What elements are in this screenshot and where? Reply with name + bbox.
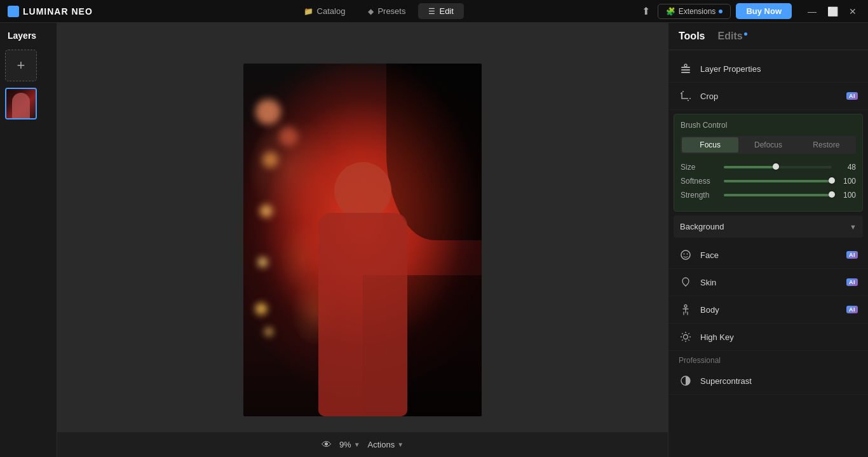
strength-slider-row: Strength 100 xyxy=(681,191,856,200)
crop-ai-badge: AI xyxy=(846,92,858,100)
zoom-control[interactable]: 9% ▼ xyxy=(339,440,360,449)
tools-tab[interactable]: Tools xyxy=(679,31,705,42)
catalog-icon: 📁 xyxy=(304,7,313,16)
edit-label: Edit xyxy=(439,6,453,16)
svg-point-3 xyxy=(684,64,687,67)
tab-edit[interactable]: ☰ Edit xyxy=(418,3,463,19)
panel-content: Layer Properties Crop AI Brush Control xyxy=(668,50,868,457)
right-panel: Tools Edits Layer Properties xyxy=(668,23,868,457)
extensions-label: Extensions xyxy=(679,7,716,16)
extensions-dot xyxy=(719,10,722,13)
buy-now-button[interactable]: Buy Now xyxy=(736,3,792,19)
visibility-toggle[interactable]: 👁 xyxy=(322,439,332,451)
app-logo: LUMINAR NEO xyxy=(8,6,93,17)
layer-thumbnail[interactable] xyxy=(5,88,37,119)
extensions-button[interactable]: 🧩 Extensions xyxy=(658,4,731,19)
background-label: Background xyxy=(680,222,724,231)
body-item[interactable]: Body AI xyxy=(668,296,868,324)
edit-icon: ☰ xyxy=(428,7,435,16)
strength-slider[interactable] xyxy=(724,194,832,196)
brush-tab-restore-label: Restore xyxy=(813,140,839,149)
supercontrast-label: Supercontrast xyxy=(700,376,858,386)
softness-value: 100 xyxy=(837,177,856,186)
zoom-chevron-icon: ▼ xyxy=(354,441,360,448)
brush-tab-defocus-label: Defocus xyxy=(754,140,782,149)
softness-slider[interactable] xyxy=(724,180,832,182)
softness-slider-thumb xyxy=(829,177,835,184)
actions-chevron-icon: ▼ xyxy=(397,441,403,448)
crop-item[interactable]: Crop AI xyxy=(668,83,868,110)
logo-icon xyxy=(8,6,19,17)
crop-icon xyxy=(679,89,693,103)
size-slider-row: Size 48 xyxy=(681,163,856,172)
eye-icon: 👁 xyxy=(322,439,332,451)
size-slider-fill xyxy=(724,166,776,168)
supercontrast-item[interactable]: Supercontrast xyxy=(668,367,868,395)
titlebar: LUMINAR NEO 📁 Catalog ◆ Presets ☰ Edit ⬆… xyxy=(0,0,868,23)
body-label: Body xyxy=(700,305,839,315)
brush-control-section: Brush Control Focus Defocus Restore Size xyxy=(674,114,863,212)
face-ai-badge: AI xyxy=(846,251,858,259)
skin-item[interactable]: Skin AI xyxy=(668,269,868,296)
layers-panel: Layers + xyxy=(0,23,57,457)
tab-presets[interactable]: ◆ Presets xyxy=(358,3,416,19)
layer-thumb-person xyxy=(12,93,30,118)
tab-catalog[interactable]: 📁 Catalog xyxy=(294,3,356,19)
svg-line-15 xyxy=(688,333,689,334)
layer-properties-item[interactable]: Layer Properties xyxy=(668,55,868,83)
svg-line-14 xyxy=(688,339,689,340)
canvas-image xyxy=(243,64,482,416)
actions-button[interactable]: Actions ▼ xyxy=(368,440,404,449)
svg-point-5 xyxy=(684,254,685,255)
panel-header: Tools Edits xyxy=(668,23,868,50)
close-button[interactable]: ✕ xyxy=(845,4,860,19)
person-body xyxy=(318,213,407,416)
svg-line-16 xyxy=(682,339,682,340)
size-label: Size xyxy=(681,163,719,172)
maximize-button[interactable]: ⬜ xyxy=(825,4,840,19)
titlebar-right: ⬆ 🧩 Extensions Buy Now — ⬜ ✕ xyxy=(639,3,860,20)
background-section: Background ▼ xyxy=(674,215,863,238)
canvas-area: 👁 9% ▼ Actions ▼ xyxy=(57,23,668,457)
brush-tab-focus[interactable]: Focus xyxy=(682,137,738,153)
share-button[interactable]: ⬆ xyxy=(639,3,653,20)
svg-rect-0 xyxy=(681,69,690,71)
actions-label: Actions xyxy=(368,440,395,449)
puzzle-icon: 🧩 xyxy=(666,7,675,16)
size-slider-thumb xyxy=(773,163,779,170)
add-layer-button[interactable]: + xyxy=(5,50,37,81)
nav-tabs: 📁 Catalog ◆ Presets ☰ Edit xyxy=(118,3,639,19)
layers-title: Layers xyxy=(5,31,51,41)
svg-point-4 xyxy=(681,250,690,259)
background-chevron-icon: ▼ xyxy=(850,223,857,231)
svg-point-7 xyxy=(684,305,687,308)
background-header[interactable]: Background ▼ xyxy=(674,215,863,238)
layer-properties-label: Layer Properties xyxy=(700,64,858,74)
layer-thumb-image xyxy=(6,89,36,118)
face-label: Face xyxy=(700,250,839,260)
body-ai-badge: AI xyxy=(846,306,858,313)
softness-slider-fill xyxy=(724,180,832,182)
strength-value: 100 xyxy=(837,191,856,200)
softness-label: Softness xyxy=(681,177,719,186)
brush-tab-restore[interactable]: Restore xyxy=(798,137,855,153)
edits-dot xyxy=(744,32,747,36)
canvas-container[interactable] xyxy=(243,64,482,416)
high-key-icon xyxy=(679,330,693,344)
size-slider[interactable] xyxy=(724,166,832,168)
size-value: 48 xyxy=(837,163,856,172)
window-controls: — ⬜ ✕ xyxy=(804,4,860,19)
skin-ai-badge: AI xyxy=(846,278,858,286)
softness-slider-row: Softness 100 xyxy=(681,177,856,186)
edits-tab[interactable]: Edits xyxy=(717,31,747,42)
presets-label: Presets xyxy=(377,6,405,16)
strength-slider-fill xyxy=(724,194,832,196)
minimize-button[interactable]: — xyxy=(804,4,820,19)
person-head xyxy=(334,162,391,219)
person-silhouette xyxy=(299,149,426,416)
brush-tab-defocus[interactable]: Defocus xyxy=(740,137,796,153)
high-key-item[interactable]: High Key xyxy=(668,324,868,351)
face-item[interactable]: Face AI xyxy=(668,242,868,269)
skin-label: Skin xyxy=(700,278,839,287)
face-icon xyxy=(679,248,693,262)
